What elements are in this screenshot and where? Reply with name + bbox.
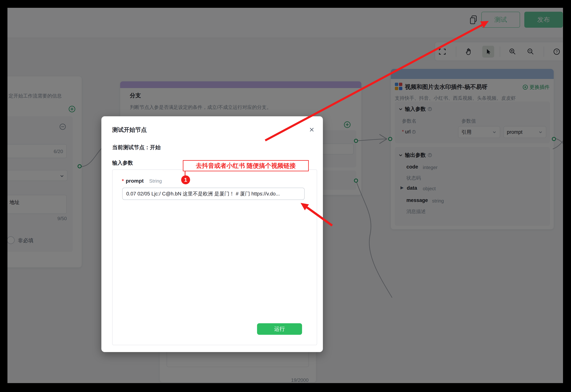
prompt-field-type: String [149, 178, 162, 184]
close-icon[interactable] [309, 127, 315, 133]
annotation-callout: 去抖音或者小红书 随便搞个视频链接 [183, 160, 309, 171]
annotation-connector-line [185, 171, 185, 176]
test-start-node-modal: 测试开始节点 当前测试节点：开始 输入参数 * prompt String 0.… [101, 116, 323, 352]
required-asterisk: * [122, 178, 124, 184]
prompt-value-input[interactable]: 0.07 02/05 Ljc:/ C@h.bN 这里不是欧洲 是厦门！ # 厦门… [122, 188, 305, 200]
modal-title: 测试开始节点 [112, 126, 147, 134]
prompt-field-label: prompt [126, 178, 144, 184]
annotation-step-badge: 1 [181, 175, 190, 184]
run-button[interactable]: 运行 [257, 323, 302, 335]
modal-subtitle: 当前测试节点：开始 [112, 144, 161, 151]
modal-input-section-label: 输入参数 [112, 159, 133, 167]
modal-param-panel: * prompt String 0.07 02/05 Ljc:/ C@h.bN … [112, 169, 317, 345]
